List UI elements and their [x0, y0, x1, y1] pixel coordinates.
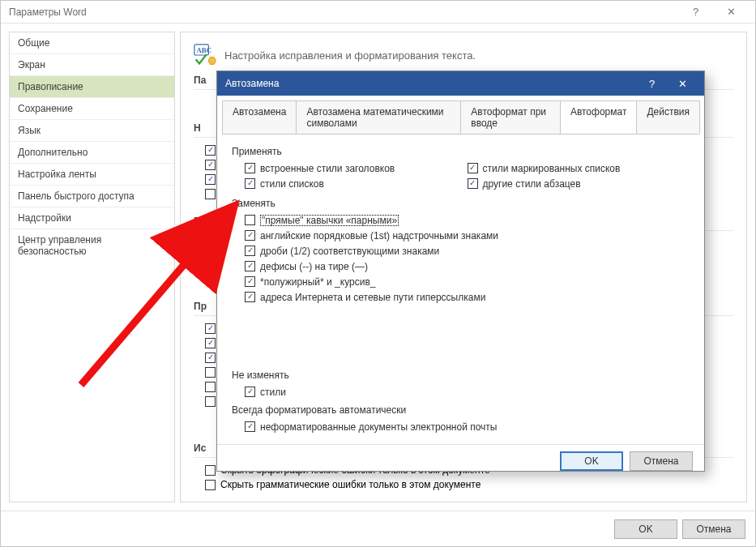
checkbox-icon	[245, 387, 255, 397]
sidebar-item-label: Надстройки	[18, 212, 71, 224]
checkbox-icon	[245, 421, 255, 432]
checkbox-icon[interactable]	[205, 238, 216, 249]
check-label: встроенные стили заголовков	[260, 163, 395, 174]
hide-grammar-label: Скрыть грамматические ошибки только в эт…	[220, 479, 481, 490]
inner-body: Автозамена Автозамена математическими си…	[217, 100, 704, 444]
checkbox-icon[interactable]	[205, 174, 216, 185]
outer-ok-button[interactable]: OK	[614, 519, 677, 539]
tab-label: Автоформат при вводе	[471, 106, 546, 129]
help-icon[interactable]: ?	[680, 1, 712, 24]
checkbox-icon[interactable]	[205, 145, 216, 156]
sidebar-item-label: Экран	[18, 59, 45, 71]
preserve-list: стили	[232, 384, 690, 400]
sidebar-item-general[interactable]: Общие	[10, 32, 174, 54]
btn-label: Отмена	[643, 455, 678, 467]
checkbox-icon	[245, 215, 255, 225]
sidebar-item-language[interactable]: Язык	[10, 120, 174, 142]
sidebar-item-display[interactable]: Экран	[10, 54, 174, 76]
check-label: *полужирный* и _курсив_	[260, 276, 375, 288]
sidebar-item-label: Общие	[18, 37, 49, 49]
tab-autoformat-as-type[interactable]: Автоформат при вводе	[460, 100, 561, 134]
sidebar-item-qat[interactable]: Панель быстрого доступа	[10, 186, 174, 207]
preserve-styles[interactable]: стили	[245, 384, 690, 400]
btn-label: OK	[639, 523, 652, 535]
checkbox-icon[interactable]	[205, 480, 216, 490]
sidebar-item-addins[interactable]: Надстройки	[10, 207, 174, 229]
checkbox-icon[interactable]	[205, 323, 216, 334]
sidebar-item-label: Правописание	[18, 81, 83, 92]
checkbox-icon[interactable]	[205, 465, 216, 476]
checkbox-icon[interactable]	[205, 367, 216, 378]
checkbox-icon	[245, 178, 255, 189]
tab-label: Автозамена	[233, 106, 286, 118]
tabs-row: Автозамена Автозамена математическими си…	[222, 100, 699, 135]
inner-title-text: Автозамена	[225, 78, 279, 89]
inner-window-icons: ? ✕	[639, 78, 696, 90]
outer-cancel-button[interactable]: Отмена	[682, 519, 745, 539]
outer-footer: OK Отмена	[1, 511, 755, 546]
check-label: стили списков	[260, 178, 324, 190]
sidebar-item-label: Дополнительно	[18, 147, 88, 158]
check-label: стили маркированных списков	[483, 163, 621, 174]
check-label: неформатированные документы электронной …	[260, 421, 497, 433]
checkbox-icon	[245, 276, 255, 287]
sidebar-item-advanced[interactable]: Дополнительно	[10, 142, 174, 164]
replace-fractions[interactable]: дроби (1/2) соответствующими знаками	[245, 243, 690, 259]
apply-list-styles[interactable]: стили списков	[245, 176, 468, 191]
svg-text:ABC: ABC	[197, 46, 211, 54]
check-label: "прямые" кавычки «парными»	[260, 215, 399, 226]
outer-title-text: Параметры Word	[9, 1, 87, 23]
sidebar-item-proofing[interactable]: Правописание	[10, 76, 174, 98]
replace-hyperlinks[interactable]: адреса Интернета и сетевые пути гиперссы…	[245, 289, 690, 305]
sidebar-item-label: Язык	[18, 125, 41, 136]
checkbox-icon[interactable]	[205, 160, 216, 170]
tab-actions[interactable]: Действия	[636, 100, 700, 134]
svg-point-3	[208, 58, 216, 65]
replace-hyphens[interactable]: дефисы (--) на тире (—)	[245, 259, 690, 274]
checkbox-icon[interactable]	[205, 253, 216, 263]
inner-titlebar[interactable]: Автозамена ? ✕	[217, 71, 704, 96]
checkbox-icon[interactable]	[205, 353, 216, 363]
checkbox-icon	[245, 163, 255, 173]
always-list: неформатированные документы электронной …	[232, 419, 690, 434]
apply-heading-styles[interactable]: встроенные стили заголовков	[245, 160, 468, 176]
sidebar-item-label: Сохранение	[18, 103, 73, 114]
checkbox-icon	[245, 292, 255, 302]
inner-cancel-button[interactable]: Отмена	[630, 451, 693, 471]
checkbox-icon[interactable]	[205, 382, 216, 392]
close-icon[interactable]: ✕	[668, 78, 696, 90]
check-label: стили	[260, 387, 286, 398]
checkbox-icon[interactable]	[205, 396, 216, 407]
tab-autoformat[interactable]: Автоформат	[560, 100, 638, 134]
close-icon[interactable]: ✕	[715, 1, 747, 24]
sidebar-item-customize-ribbon[interactable]: Настройка ленты	[10, 164, 174, 186]
check-label: адреса Интернета и сетевые пути гиперссы…	[260, 292, 485, 303]
inner-ok-button[interactable]: OK	[560, 451, 623, 471]
checkbox-icon[interactable]	[205, 189, 216, 199]
sidebar-item-label: Панель быстрого доступа	[18, 190, 135, 202]
tab-pane-autoformat: Применять встроенные стили заголовков ст…	[217, 135, 704, 442]
outer-window-icons: ? ✕	[680, 1, 747, 23]
always-plain-email[interactable]: неформатированные документы электронной …	[245, 419, 690, 434]
sidebar-item-save[interactable]: Сохранение	[10, 98, 174, 120]
help-icon[interactable]: ?	[639, 78, 666, 90]
apply-grid: встроенные стили заголовков стили списко…	[232, 160, 690, 191]
replace-ordinals[interactable]: английские порядковые (1st) надстрочными…	[245, 228, 690, 243]
checkbox-icon[interactable]	[205, 338, 216, 348]
tab-autocorrect[interactable]: Автозамена	[222, 100, 297, 134]
replace-bold-italic[interactable]: *полужирный* и _курсив_	[245, 274, 690, 289]
tab-math-autocorrect[interactable]: Автозамена математическими символами	[296, 100, 461, 134]
settings-sidebar: Общие Экран Правописание Сохранение Язык…	[9, 32, 175, 502]
check-label: другие стили абзацев	[483, 178, 581, 190]
replace-quotes[interactable]: "прямые" кавычки «парными»	[245, 212, 690, 228]
sidebar-item-trust-center[interactable]: Центр управления безопасностью	[10, 229, 174, 262]
apply-other-paragraph[interactable]: другие стили абзацев	[468, 176, 690, 191]
sidebar-item-label: Центр управления безопасностью	[18, 234, 101, 257]
tab-label: Действия	[647, 106, 690, 118]
btn-label: OK	[584, 455, 598, 467]
group-preserve-label: Не изменять	[232, 370, 690, 381]
tab-label: Автозамена математическими символами	[306, 106, 443, 129]
apply-bulleted-styles[interactable]: стили маркированных списков	[468, 160, 690, 176]
main-heading: Настройка исправления и форматирования т…	[224, 49, 476, 62]
sidebar-item-label: Настройка ленты	[18, 169, 96, 180]
